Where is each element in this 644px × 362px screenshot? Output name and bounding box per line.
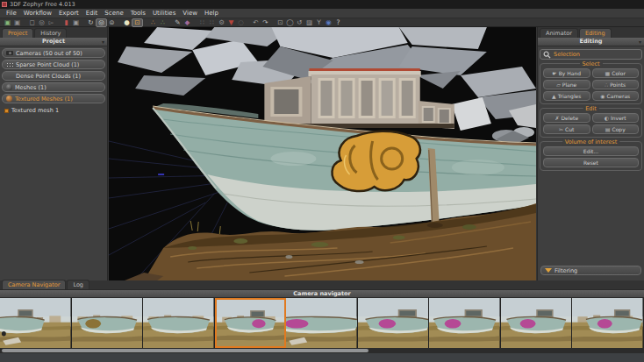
undo-icon[interactable]: ↶ (251, 18, 261, 26)
selection-mode-box[interactable]: Selection (540, 49, 642, 60)
tab-editing[interactable]: Editing (579, 28, 612, 38)
sphere-colored-icon[interactable]: ◉ (324, 18, 333, 26)
editing-panel-header: Editing ▾ (538, 38, 644, 46)
circle-tool-icon[interactable]: ◯ (285, 18, 295, 26)
chevron-down-icon[interactable]: ▾ (102, 38, 104, 46)
camera-thumbnail-2[interactable] (72, 298, 144, 348)
menu-edit[interactable]: Edit (82, 9, 102, 18)
tree-item-textured-mesh[interactable]: Textured mesh 1 (0, 105, 107, 114)
select-poly-icon[interactable]: ∷ (207, 18, 217, 26)
project-item-sparse-point-cloud-1[interactable]: Sparse Point Cloud (1) (2, 60, 105, 69)
menu-workflow[interactable]: Workflow (20, 9, 55, 18)
delete-button[interactable]: ✗Delete (543, 113, 590, 123)
thumbnail-scrollbar[interactable] (0, 348, 644, 353)
cameras-button[interactable]: ◉Cameras (592, 91, 640, 101)
menu-export[interactable]: Export (55, 9, 82, 18)
dashed-box-icon[interactable]: ◌ (236, 18, 246, 26)
cameras-icon (6, 51, 13, 55)
camera-thumbnail-7[interactable] (429, 298, 501, 348)
pan-mode-icon[interactable]: ⊜ (107, 18, 117, 26)
thumbnail-photo (572, 298, 643, 348)
tab-camera-navigator[interactable]: Camera Navigator (2, 280, 66, 289)
viewport-3d[interactable] (109, 27, 536, 280)
thumbnail-photo (358, 298, 429, 348)
thumbnail-photo (429, 298, 500, 348)
color-button[interactable]: ▦Color (592, 68, 640, 78)
copy-icon: ▤ (605, 126, 611, 132)
editing-panel: Animator Editing Editing ▾ Selection Sel… (537, 27, 644, 280)
sparse-points-tool-icon[interactable]: ∴ (148, 18, 158, 26)
triangles-button[interactable]: ▲Triangles (543, 91, 590, 101)
measure-icon[interactable]: Y (314, 18, 324, 26)
camera-thumbnail-8[interactable] (501, 298, 573, 348)
button-label: Points (610, 82, 626, 88)
camera-thumbnail-4[interactable] (215, 298, 287, 348)
menu-help[interactable]: Help (201, 9, 222, 18)
tab-project[interactable]: Project (2, 28, 33, 38)
points-button[interactable]: ∴Points (592, 80, 640, 89)
export-icon[interactable]: ▻ (47, 18, 56, 26)
draw-tool-icon[interactable]: ✎ (173, 18, 182, 26)
refresh-view-icon[interactable]: ↻ (86, 18, 96, 26)
points-icon: ∴ (605, 82, 608, 88)
tab-animator[interactable]: Animator (540, 28, 578, 38)
camera-thumbnail-6[interactable] (358, 298, 430, 348)
copy-button[interactable]: ▤Copy (592, 124, 640, 134)
status-bar (0, 353, 644, 362)
button-label: Invert (611, 115, 626, 121)
filtering-button[interactable]: Filtering (540, 266, 641, 275)
project-item-label: Dense Point Clouds (1) (16, 73, 81, 80)
project-panel-title: Project (42, 38, 65, 45)
camera-thumbnail-5[interactable] (286, 298, 358, 348)
invert-button[interactable]: ◐Invert (592, 113, 640, 123)
help-icon[interactable]: ? (333, 18, 343, 26)
project-item-meshes-1[interactable]: Meshes (1) (2, 82, 105, 92)
dense-points-tool-icon[interactable]: ∴ (158, 18, 168, 26)
new-project-icon[interactable]: ▣ (3, 18, 12, 26)
plane-button[interactable]: ▱Plane (543, 80, 590, 89)
drop-red-icon[interactable]: ▼ (226, 18, 236, 26)
magnet-tool-icon[interactable]: ◆ (182, 18, 192, 26)
menu-view[interactable]: View (179, 9, 201, 18)
camera-thumbnail-9[interactable] (572, 298, 644, 348)
menu-tools[interactable]: Tools (127, 9, 149, 18)
group-title: Volume of interest (562, 138, 620, 146)
project-item-dense-point-clouds-1[interactable]: Dense Point Clouds (1) (2, 71, 105, 81)
camera-icon[interactable]: ▣ (71, 18, 81, 26)
editing-panel-tabs: Animator Editing (538, 27, 644, 38)
crop-region-icon[interactable]: ◻ (27, 18, 37, 26)
select-lasso-icon[interactable]: ∷ (197, 18, 207, 26)
mesh-plane-icon[interactable]: ▨ (304, 18, 314, 26)
light-point-icon[interactable]: ⊡ (132, 18, 143, 27)
camera-thumbnail-1[interactable] (0, 298, 72, 348)
scrollbar-thumb[interactable] (2, 349, 369, 352)
color-icon: ▦ (605, 70, 611, 76)
button-label: By Hand (559, 70, 581, 76)
tab-log[interactable]: Log (67, 280, 89, 289)
marker-red-icon[interactable]: ▮ (61, 18, 71, 26)
edit-button[interactable]: Edit... (543, 146, 639, 156)
tab-history[interactable]: History (34, 28, 67, 38)
open-project-icon[interactable]: ▣ (12, 18, 22, 26)
orbit-mode-icon[interactable]: ◎ (96, 18, 107, 27)
rotate-object-icon[interactable]: ↺ (295, 18, 304, 26)
by-hand-button[interactable]: ☛By Hand (543, 68, 590, 78)
camera-target-icon[interactable]: ⊡ (275, 18, 285, 26)
light-on-icon[interactable]: ● (122, 18, 132, 26)
menu-file[interactable]: File (3, 9, 20, 18)
triangles-icon: ▲ (552, 93, 556, 99)
project-item-label: Meshes (1) (15, 84, 47, 91)
reset-button[interactable]: Reset (543, 158, 639, 167)
redo-icon[interactable]: ↷ (261, 18, 270, 26)
viewport-3d-scene (109, 27, 536, 280)
menu-utilities[interactable]: Utilities (149, 9, 179, 18)
thumbnail-photo (286, 298, 357, 348)
project-item-textured-meshes-1[interactable]: Textured Meshes (1) (2, 94, 105, 103)
camera-thumbnail-3[interactable] (143, 298, 215, 348)
cut-button[interactable]: ✂Cut (543, 124, 590, 134)
chevron-down-icon[interactable]: ▾ (639, 38, 641, 46)
project-item-cameras-50-out-of-50[interactable]: Cameras (50 out of 50) (2, 48, 105, 58)
settings-gear-icon[interactable]: ⚙ (217, 18, 226, 26)
world-viewer-icon[interactable]: ◎ (37, 18, 47, 26)
menu-scene[interactable]: Scene (101, 9, 126, 18)
